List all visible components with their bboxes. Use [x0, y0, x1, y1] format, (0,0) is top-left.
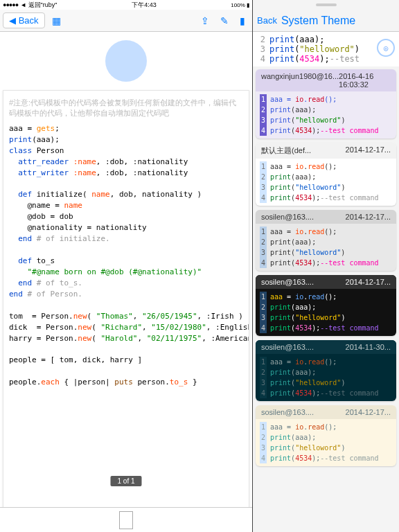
thumbnail-strip — [0, 507, 252, 532]
status-bar: ●●●●● ◄ 返回"ruby" 下午4:43 100% ▮ — [0, 0, 252, 10]
bookmark-icon[interactable]: ▮ — [236, 13, 249, 28]
card-body: 1aaa = io.read();2print(aaa);3print("hel… — [256, 224, 396, 271]
left-pane: ●●●●● ◄ 返回"ruby" 下午4:43 100% ▮ ◀ Back ▦ … — [0, 0, 253, 532]
circle-button[interactable]: ◎ — [377, 39, 395, 57]
content-area: #注意:代码模板中的代码将会被复制到任何新创建的文件中，编辑代码模板中的代码，让… — [0, 32, 252, 507]
theme-preview: 2print(aaa); 3print("helloword") 4print(… — [253, 32, 399, 66]
card-header: sosilen@163....2014-12-17... — [256, 210, 396, 224]
card-header: 默认主题(def...2014-12-17... — [256, 143, 396, 159]
back-button[interactable]: ◀ Back — [3, 12, 45, 28]
document-page[interactable]: #注意:代码模板中的代码将会被复制到任何新创建的文件中，编辑代码模板中的代码，让… — [3, 90, 249, 507]
share-icon[interactable]: ⇪ — [197, 13, 213, 28]
theme-card[interactable]: sosilen@163....2014-12-17...1aaa = io.re… — [256, 405, 396, 466]
hint-text: #注意:代码模板中的代码将会被复制到任何新创建的文件中，编辑代码模板中的代码，让… — [9, 98, 243, 119]
card-header: sosilen@163....2014-12-17... — [256, 405, 396, 419]
back-button[interactable]: Back — [257, 15, 277, 26]
theme-card[interactable]: sosilen@163....2014-11-30...1aaa = io.re… — [256, 340, 396, 401]
back-app[interactable]: ◄ 返回"ruby" — [20, 1, 57, 10]
page-thumbnail[interactable] — [119, 511, 133, 529]
code-block: aaa = gets; print(aaa); class Person att… — [9, 123, 243, 389]
theme-card[interactable]: sosilen@163....2014-12-17...1aaa = io.re… — [256, 275, 396, 336]
page-title: System Theme — [281, 15, 355, 27]
card-body: 1aaa = io.read();2print(aaa);3print("hel… — [256, 91, 396, 139]
card-header: sosilen@163....2014-11-30... — [256, 340, 396, 354]
card-body: 1aaa = io.read();2print(aaa);3print("hel… — [256, 354, 396, 401]
grid-icon[interactable]: ▦ — [48, 13, 65, 28]
page-indicator: 1 of 1 — [110, 476, 141, 486]
battery-icon: 100% ▮ — [231, 2, 249, 8]
card-body: 1aaa = io.read();2print(aaa);3print("hel… — [256, 419, 396, 466]
card-body: 1aaa = io.read();2print(aaa);3print("hel… — [256, 289, 396, 336]
theme-card[interactable]: sosilen@163....2014-12-17...1aaa = io.re… — [256, 210, 396, 271]
right-header: Back System Theme — [253, 10, 399, 32]
page-indicator-dot — [105, 40, 147, 82]
card-header: wangxinjun1980@16...2016-4-16 16:03:32 — [256, 69, 396, 91]
right-pane: Back System Theme 2print(aaa); 3print("h… — [253, 0, 399, 532]
signal-icon: ●●●●● — [3, 1, 18, 8]
status-time: 下午4:43 — [132, 1, 157, 10]
left-toolbar: ◀ Back ▦ ⇪ ✎ ▮ — [0, 10, 252, 32]
theme-cards[interactable]: wangxinjun1980@16...2016-4-16 16:03:321a… — [253, 66, 399, 532]
theme-card[interactable]: 默认主题(def...2014-12-17...1aaa = io.read()… — [256, 143, 396, 206]
status-notch — [253, 0, 399, 10]
card-body: 1aaa = io.read();2print(aaa);3print("hel… — [256, 159, 396, 206]
card-header: sosilen@163....2014-12-17... — [256, 275, 396, 289]
theme-card[interactable]: wangxinjun1980@16...2016-4-16 16:03:321a… — [256, 69, 396, 139]
edit-icon[interactable]: ✎ — [216, 13, 233, 28]
